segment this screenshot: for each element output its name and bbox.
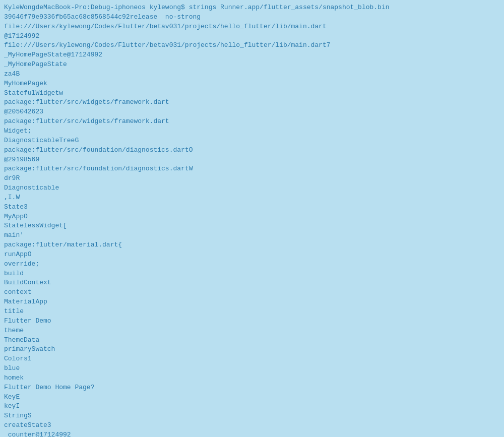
terminal-line: context (4, 288, 500, 297)
terminal-line: package:flutter/src/foundation/diagnosti… (4, 164, 500, 174)
terminal-line: homek (4, 373, 500, 383)
terminal-line: package:flutter/src/foundation/diagnosti… (4, 146, 500, 155)
terminal-line: Flutter Demo Home Page? (4, 383, 500, 393)
terminal-line: package:flutter/src/widgets/framework.da… (4, 117, 500, 127)
terminal-line: file:///Users/kylewong/Codes/Flutter/bet… (4, 41, 500, 50)
terminal-line: Colors1 (4, 354, 500, 364)
terminal-line: KyleWongdeMacBook-Pro:Debug-iphoneos kyl… (4, 3, 500, 13)
terminal-line: _MyHomePageState (4, 60, 500, 70)
terminal-line: keyI (4, 402, 500, 411)
terminal-line: @29198569 (4, 155, 500, 165)
terminal-line: main' (4, 231, 500, 240)
terminal-line: Flutter Demo (4, 317, 500, 326)
terminal-line: ,I.W (4, 193, 500, 203)
terminal-line: package:flutter/material.dart{ (4, 240, 500, 250)
terminal-line: Diagnosticable (4, 183, 500, 193)
terminal-line: package:flutter/src/widgets/framework.da… (4, 98, 500, 107)
terminal-line: 39646f79e9336fb65ac68c8568544c92release … (4, 13, 500, 22)
terminal-line: MyHomePagek (4, 79, 500, 89)
terminal-line: dr9R (4, 174, 500, 183)
terminal-line: StatelessWidget[ (4, 221, 500, 231)
terminal-line: override; (4, 260, 500, 269)
terminal-line: runAppO (4, 250, 500, 260)
terminal-line: title (4, 307, 500, 317)
terminal-line: primarySwatch (4, 345, 500, 354)
terminal-line: DiagnosticableTreeG (4, 136, 500, 146)
terminal-line: theme (4, 326, 500, 336)
terminal-output: KyleWongdeMacBook-Pro:Debug-iphoneos kyl… (4, 3, 500, 437)
terminal-line: ThemeData (4, 336, 500, 345)
terminal-line: StringS (4, 411, 500, 421)
terminal-line: MaterialApp (4, 297, 500, 307)
terminal-line: createState3 (4, 421, 500, 430)
terminal-line: MyAppO (4, 212, 500, 222)
terminal-line: Widget; (4, 127, 500, 136)
terminal-line: za4B (4, 70, 500, 79)
terminal-line: blue (4, 364, 500, 373)
terminal-line: BuildContext (4, 278, 500, 288)
terminal-line: _MyHomePageState@17124992 (4, 50, 500, 60)
terminal-line: _counter@17124992 (4, 430, 500, 437)
terminal-line: KeyE (4, 393, 500, 402)
terminal-line: StatefulWidgetw (4, 89, 500, 98)
terminal-line: @17124992 (4, 32, 500, 41)
terminal-line: State3 (4, 203, 500, 212)
terminal-line: @205042623 (4, 107, 500, 117)
terminal-line: file:///Users/kylewong/Codes/Flutter/bet… (4, 22, 500, 32)
terminal-line: build (4, 269, 500, 279)
